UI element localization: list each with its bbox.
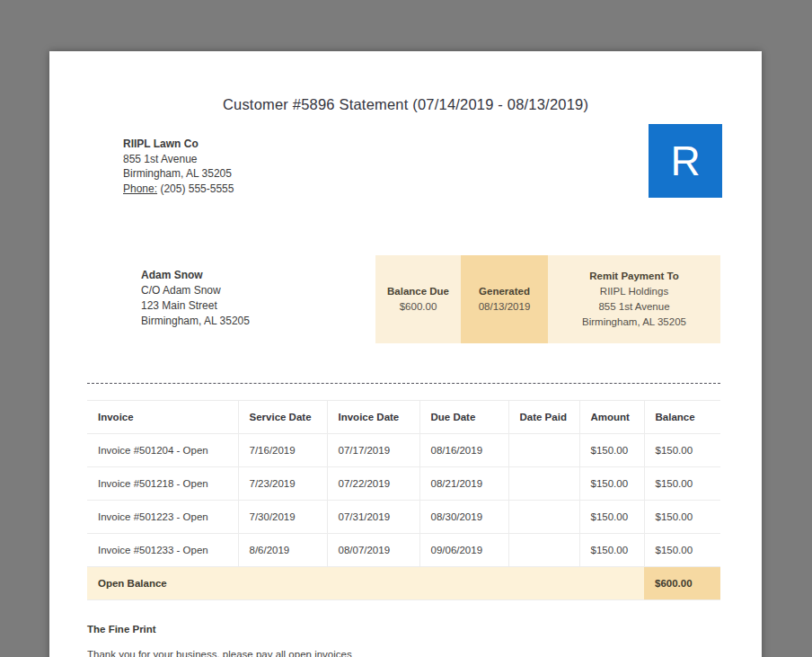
company-name: RIIPL Lawn Co — [123, 137, 234, 152]
column-header-service-date: Service Date — [238, 401, 327, 434]
due-date-cell: 08/21/2019 — [419, 467, 508, 501]
due-date-cell: 08/16/2019 — [419, 434, 508, 467]
date-paid-cell — [508, 501, 579, 534]
service-date-cell: 7/16/2019 — [238, 434, 327, 467]
service-date-cell: 8/6/2019 — [238, 534, 327, 567]
column-header-date-paid: Date Paid — [508, 401, 579, 434]
fine-print-text: Thank you for your business, please pay … — [87, 649, 720, 657]
company-address-line1: 855 1st Avenue — [123, 152, 234, 167]
company-phone: Phone: (205) 555-5555 — [123, 182, 234, 197]
generated-cell: Generated 08/13/2019 — [461, 255, 548, 343]
generated-value: 08/13/2019 — [461, 299, 548, 315]
balance-due-value: $600.00 — [375, 299, 461, 315]
invoice-row: Invoice #501218 - Open 7/23/2019 07/22/2… — [87, 467, 720, 501]
due-date-cell: 08/30/2019 — [419, 501, 508, 534]
company-address-line2: Birmingham, AL 35205 — [123, 166, 234, 182]
invoice-row: Invoice #501233 - Open 8/6/2019 08/07/20… — [87, 534, 720, 567]
date-paid-cell — [508, 434, 579, 467]
fine-print-heading: The Fine Print — [87, 624, 720, 635]
service-date-cell: 7/30/2019 — [238, 501, 327, 534]
invoice-row: Invoice #501223 - Open 7/30/2019 07/31/2… — [87, 501, 720, 534]
service-date-cell: 7/23/2019 — [238, 467, 327, 501]
invoice-date-cell: 07/22/2019 — [327, 467, 419, 501]
remit-label: Remit Payment To — [548, 269, 720, 284]
date-paid-cell — [508, 467, 579, 501]
phone-number: (205) 555-5555 — [160, 182, 234, 195]
table-header-row: Invoice Service Date Invoice Date Due Da… — [87, 401, 720, 434]
amount-cell: $150.00 — [579, 501, 644, 534]
recipient-address-line1: 123 Main Street — [141, 298, 250, 314]
remit-cell: Remit Payment To RIIPL Holdings 855 1st … — [548, 255, 720, 343]
balance-cell: $150.00 — [644, 467, 720, 501]
column-header-due-date: Due Date — [419, 401, 508, 434]
open-balance-row: Open Balance $600.00 — [87, 567, 720, 600]
balance-due-cell: Balance Due $600.00 — [375, 255, 461, 343]
logo-letter: R — [670, 140, 700, 182]
recipient-name: Adam Snow — [141, 268, 250, 283]
summary-box: Balance Due $600.00 Generated 08/13/2019… — [375, 255, 720, 343]
amount-cell: $150.00 — [579, 467, 644, 501]
recipient-address-line2: Birmingham, AL 35205 — [141, 314, 250, 329]
invoice-date-cell: 07/31/2019 — [327, 501, 419, 534]
column-header-invoice: Invoice — [87, 401, 238, 434]
remit-name: RIIPL Holdings — [548, 284, 720, 299]
balance-cell: $150.00 — [644, 534, 720, 567]
invoice-cell: Invoice #501223 - Open — [87, 501, 238, 534]
company-block: RIIPL Lawn Co 855 1st Avenue Birmingham,… — [123, 137, 234, 198]
invoice-cell: Invoice #501204 - Open — [87, 434, 238, 467]
amount-cell: $150.00 — [579, 534, 644, 567]
invoices-table: Invoice Service Date Invoice Date Due Da… — [87, 400, 720, 600]
column-header-invoice-date: Invoice Date — [327, 401, 419, 434]
statement-title: Customer #5896 Statement (07/14/2019 - 0… — [49, 51, 762, 113]
date-paid-cell — [508, 534, 579, 567]
open-balance-value: $600.00 — [644, 567, 720, 600]
company-logo: R — [649, 124, 722, 198]
recipient-care-of: C/O Adam Snow — [141, 283, 250, 298]
column-header-amount: Amount — [579, 401, 644, 434]
generated-label: Generated — [461, 284, 548, 299]
phone-label: Phone: — [123, 182, 157, 195]
column-header-balance: Balance — [644, 401, 720, 434]
balance-cell: $150.00 — [644, 434, 720, 467]
balance-cell: $150.00 — [644, 501, 720, 534]
billing-section: Adam Snow C/O Adam Snow 123 Main Street … — [141, 255, 720, 343]
invoice-date-cell: 07/17/2019 — [327, 434, 419, 467]
invoice-cell: Invoice #501233 - Open — [87, 534, 238, 567]
statement-header: RIIPL Lawn Co 855 1st Avenue Birmingham,… — [123, 137, 722, 198]
invoice-cell: Invoice #501218 - Open — [87, 467, 238, 501]
dashed-divider — [87, 383, 720, 384]
remit-address-line1: 855 1st Avenue — [548, 299, 720, 315]
invoice-date-cell: 08/07/2019 — [327, 534, 419, 567]
amount-cell: $150.00 — [579, 434, 644, 467]
statement-page: Customer #5896 Statement (07/14/2019 - 0… — [49, 51, 762, 657]
open-balance-label: Open Balance — [87, 567, 644, 600]
balance-due-label: Balance Due — [375, 284, 461, 299]
invoice-row: Invoice #501204 - Open 7/16/2019 07/17/2… — [87, 434, 720, 467]
recipient-block: Adam Snow C/O Adam Snow 123 Main Street … — [141, 255, 250, 329]
remit-address-line2: Birmingham, AL 35205 — [548, 315, 720, 330]
due-date-cell: 09/06/2019 — [419, 534, 508, 567]
